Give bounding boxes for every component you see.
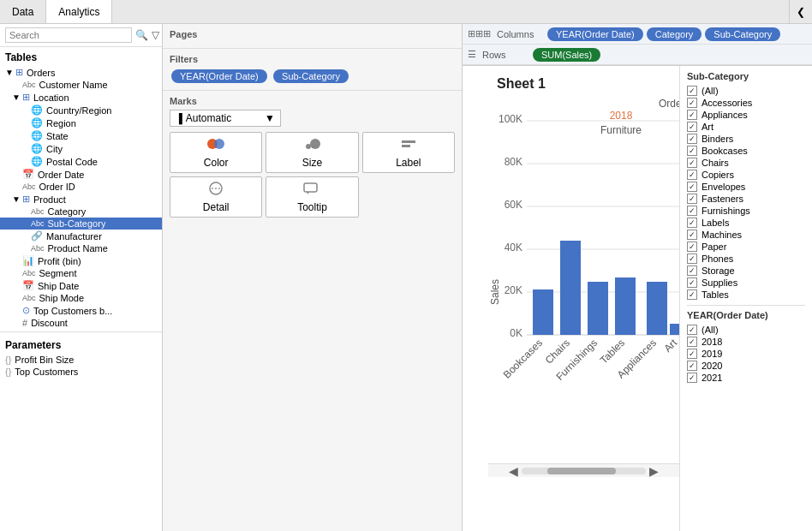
checkbox-fasteners[interactable] [687, 194, 697, 204]
product-toggle[interactable]: ▼ [12, 194, 21, 204]
field-ship-mode[interactable]: Abc Ship Mode [0, 292, 162, 304]
checkbox-bookcases[interactable] [687, 146, 697, 156]
checkbox-appliances[interactable] [687, 110, 697, 120]
checkbox-binders[interactable] [687, 134, 697, 144]
legend-year-2020[interactable]: 2020 [687, 360, 805, 372]
field-manufacturer[interactable]: 🔗 Manufacturer [0, 230, 162, 242]
checkbox-chairs[interactable] [687, 158, 697, 168]
legend-item-bookcases[interactable]: Bookcases [687, 145, 805, 157]
legend-item-storage[interactable]: Storage [687, 265, 805, 277]
marks-type-dropdown[interactable]: ▐ Automatic ▼ [170, 110, 281, 127]
filter-pill-year[interactable]: YEAR(Order Date) [171, 69, 267, 83]
legend-item-appliances[interactable]: Appliances [687, 109, 805, 121]
checkbox-2019[interactable] [687, 349, 697, 359]
checkbox-accessories[interactable] [687, 98, 697, 108]
param-profit-bin[interactable]: {} Profit Bin Size [0, 354, 162, 366]
legend-item-all[interactable]: (All) [687, 85, 805, 97]
checkbox-year-all[interactable] [687, 325, 697, 335]
checkbox-tables[interactable] [687, 289, 697, 300]
field-postal[interactable]: 🌐 Postal Code [0, 155, 162, 168]
checkbox-paper[interactable] [687, 242, 697, 252]
field-profit-bin[interactable]: 📊 Profit (bin) [0, 254, 162, 267]
field-discount[interactable]: # Discount [0, 317, 162, 329]
mark-detail-btn[interactable]: ⋯ Detail [170, 176, 262, 218]
orders-group[interactable]: ▼ ⊞ Orders [0, 66, 162, 79]
product-group[interactable]: ▼ ⊞ Product [0, 193, 162, 206]
legend-year-2021[interactable]: 2021 [687, 372, 805, 384]
legend-item-labels[interactable]: Labels [687, 217, 805, 229]
field-subcategory[interactable]: Abc Sub-Category [0, 218, 162, 230]
field-city[interactable]: 🌐 City [0, 142, 162, 155]
checkbox-art[interactable] [687, 122, 697, 132]
checkbox-2020[interactable] [687, 361, 697, 371]
bar-furnishings-2018[interactable] [588, 282, 608, 335]
field-order-date[interactable]: 📅 Order Date [0, 168, 162, 181]
bar-bookcases-2018[interactable] [533, 289, 553, 335]
field-segment[interactable]: Abc Segment [0, 267, 162, 279]
checkbox-machines[interactable] [687, 230, 697, 240]
mark-label-btn[interactable]: Label [362, 132, 455, 173]
legend-item-art[interactable]: Art [687, 121, 805, 133]
field-customer-name[interactable]: Abc Customer Name [0, 79, 162, 91]
field-top-customers[interactable]: ⊙ Top Customers b... [0, 304, 162, 317]
param-top-customers[interactable]: {} Top Customers [0, 366, 162, 378]
bar-appliances-2018[interactable] [647, 282, 667, 335]
field-order-id[interactable]: Abc Order ID [0, 181, 162, 193]
legend-item-binders[interactable]: Binders [687, 133, 805, 145]
scroll-track[interactable] [522, 468, 646, 474]
checkbox-all[interactable] [687, 86, 697, 96]
checkbox-copiers[interactable] [687, 170, 697, 180]
checkbox-phones[interactable] [687, 254, 697, 264]
location-group[interactable]: ▼ ⊞ Location [0, 91, 162, 104]
legend-item-tables[interactable]: Tables [687, 289, 805, 301]
legend-item-supplies[interactable]: Supplies [687, 277, 805, 289]
legend-item-paper[interactable]: Paper [687, 241, 805, 253]
checkbox-envelopes[interactable] [687, 182, 697, 192]
filter-icon[interactable]: ▽ [152, 29, 159, 41]
legend-item-machines[interactable]: Machines [687, 229, 805, 241]
collapse-button[interactable]: ❮ [789, 0, 812, 23]
legend-item-envelopes[interactable]: Envelopes [687, 181, 805, 193]
scroll-thumb[interactable] [547, 468, 616, 474]
bar-art-2018[interactable] [670, 324, 679, 335]
bar-tables-2018[interactable] [615, 277, 636, 335]
field-country[interactable]: 🌐 Country/Region [0, 104, 162, 116]
scroll-right-arrow[interactable]: ▶ [646, 464, 662, 478]
checkbox-2018[interactable] [687, 337, 697, 347]
orders-toggle[interactable]: ▼ [5, 68, 14, 77]
filter-pill-subcat[interactable]: Sub-Category [273, 69, 349, 83]
mark-tooltip-btn[interactable]: Tooltip [266, 176, 358, 218]
horizontal-scrollbar[interactable]: ◀ ▶ [488, 463, 679, 477]
tab-data[interactable]: Data [0, 0, 46, 23]
field-category[interactable]: Abc Category [0, 206, 162, 218]
checkbox-furnishings[interactable] [687, 206, 697, 216]
pill-year[interactable]: YEAR(Order Date) [547, 27, 643, 41]
checkbox-labels[interactable] [687, 218, 697, 228]
legend-item-accessories[interactable]: Accessories [687, 97, 805, 109]
field-region[interactable]: 🌐 Region [0, 116, 162, 129]
checkbox-storage[interactable] [687, 266, 697, 276]
legend-year-2018[interactable]: 2018 [687, 336, 805, 348]
search-input[interactable] [5, 27, 132, 43]
field-ship-date[interactable]: 📅 Ship Date [0, 279, 162, 292]
legend-item-fasteners[interactable]: Fasteners [687, 193, 805, 205]
legend-year-2019[interactable]: 2019 [687, 348, 805, 360]
pill-category[interactable]: Category [647, 27, 702, 41]
tab-analytics[interactable]: Analytics [46, 0, 112, 23]
field-product-name[interactable]: Abc Product Name [0, 242, 162, 254]
field-state[interactable]: 🌐 State [0, 129, 162, 142]
mark-color-btn[interactable]: Color [170, 132, 262, 173]
location-toggle[interactable]: ▼ [12, 92, 21, 102]
mark-size-btn[interactable]: Size [266, 132, 358, 173]
pill-sales[interactable]: SUM(Sales) [533, 48, 600, 62]
search-icon[interactable]: 🔍 [135, 29, 148, 41]
legend-year-all[interactable]: (All) [687, 324, 805, 336]
bar-chairs-2018[interactable] [560, 241, 581, 335]
pill-subcategory[interactable]: Sub-Category [705, 27, 780, 41]
checkbox-2021[interactable] [687, 373, 697, 383]
scroll-left-arrow[interactable]: ◀ [505, 464, 522, 478]
checkbox-supplies[interactable] [687, 277, 697, 288]
legend-item-phones[interactable]: Phones [687, 253, 805, 265]
legend-item-chairs[interactable]: Chairs [687, 157, 805, 169]
legend-item-furnishings[interactable]: Furnishings [687, 205, 805, 217]
